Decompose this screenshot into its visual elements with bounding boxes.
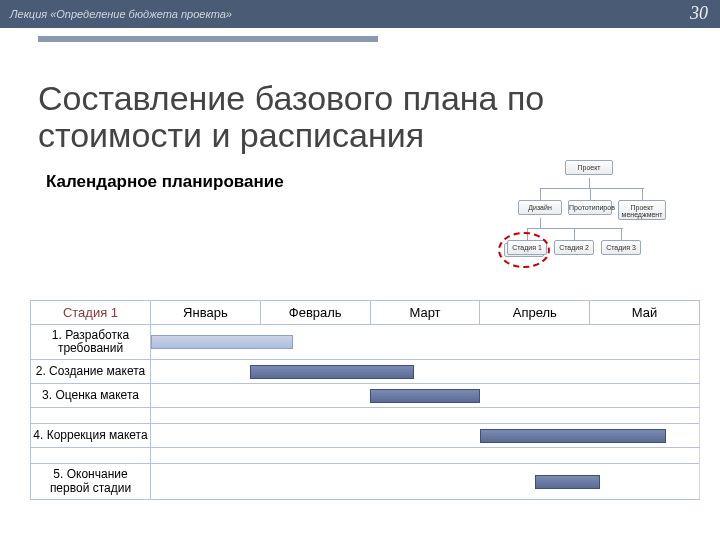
gantt-row: 2. Создание макета	[31, 360, 700, 384]
gantt-bar	[480, 429, 666, 443]
highlight-circle	[498, 232, 550, 268]
gantt-month: Февраль	[260, 301, 370, 325]
gantt-task-label: 3. Оценка макета	[31, 384, 151, 408]
accent-line	[38, 36, 378, 42]
gantt-bar	[250, 365, 414, 379]
gantt-month: Апрель	[480, 301, 590, 325]
org-node-pm: Проект менеджмент	[618, 200, 666, 220]
org-node-project: Проект	[565, 160, 613, 175]
gantt-stage-header: Стадия 1	[31, 301, 151, 325]
gantt-chart: Стадия 1 Январь Февраль Март Апрель Май …	[30, 300, 700, 500]
slide-title: Составление базового плана по стоимости …	[38, 80, 558, 155]
lecture-title: Лекция «Определение бюджета проекта»	[10, 8, 232, 20]
page-number: 30	[690, 3, 708, 24]
gantt-spacer	[31, 448, 700, 464]
gantt-row: 3. Оценка макета	[31, 384, 700, 408]
gantt-month: Май	[590, 301, 700, 325]
gantt-task-label: 4. Коррекция макета	[31, 424, 151, 448]
gantt-spacer	[31, 408, 700, 424]
gantt-row: 5. Окончание первой стадии	[31, 464, 700, 499]
org-node-stage3: Стадия 3	[601, 240, 641, 255]
gantt-month: Март	[370, 301, 480, 325]
slide-header: Лекция «Определение бюджета проекта» 30	[0, 0, 720, 28]
gantt-task-label: 5. Окончание первой стадии	[31, 464, 151, 499]
org-node-stage2: Стадия 2	[554, 240, 594, 255]
gantt-month: Январь	[151, 301, 261, 325]
org-chart: Проект Дизайн Прототипиров Проект менедж…	[470, 160, 700, 290]
gantt-task-label: 2. Создание макета	[31, 360, 151, 384]
gantt-bar	[370, 389, 480, 403]
gantt-row: 4. Коррекция макета	[31, 424, 700, 448]
org-node-design: Дизайн	[518, 200, 562, 215]
gantt-bar	[535, 475, 601, 489]
gantt-bar	[151, 335, 293, 349]
org-node-proto: Прототипиров	[568, 200, 612, 215]
gantt-header-row: Стадия 1 Январь Февраль Март Апрель Май	[31, 301, 700, 325]
gantt-task-label: 1. Разработка требований	[31, 325, 151, 360]
slide-subtitle: Календарное планирование	[46, 172, 284, 192]
gantt-row: 1. Разработка требований	[31, 325, 700, 360]
